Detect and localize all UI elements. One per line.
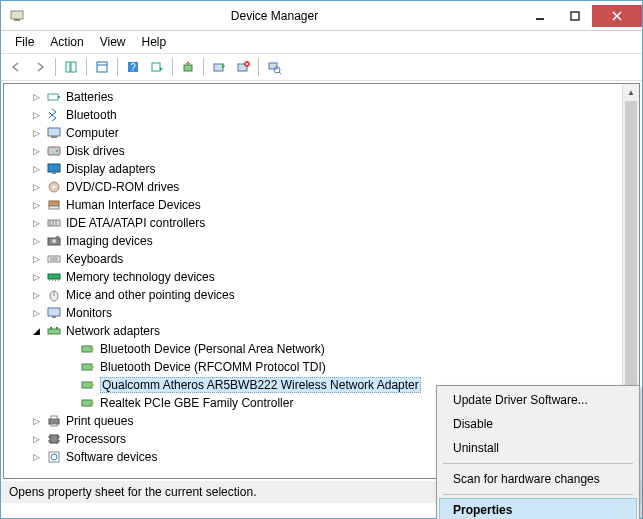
menu-file[interactable]: File — [7, 33, 42, 51]
svg-rect-10 — [152, 63, 160, 71]
expand-icon[interactable]: ▷ — [30, 127, 42, 139]
svg-rect-6 — [97, 62, 107, 72]
svg-rect-22 — [48, 147, 60, 155]
svg-rect-49 — [48, 329, 60, 334]
status-text: Opens property sheet for the current sel… — [9, 485, 256, 499]
window-title: Device Manager — [27, 9, 522, 23]
tree-category[interactable]: ▷Batteries — [4, 88, 639, 106]
svg-rect-25 — [52, 172, 56, 174]
tree-category[interactable]: ▷Monitors — [4, 304, 639, 322]
tree-category[interactable]: ▷Memory technology devices — [4, 268, 639, 286]
expand-icon[interactable]: ▷ — [30, 433, 42, 445]
menubar: File Action View Help — [1, 31, 642, 53]
tree-category[interactable]: ▷Disk drives — [4, 142, 639, 160]
svg-rect-57 — [92, 384, 94, 386]
scan-hardware-button[interactable] — [263, 56, 285, 78]
expand-icon[interactable]: ▷ — [30, 271, 42, 283]
expand-icon[interactable]: ▷ — [30, 415, 42, 427]
category-label: Imaging devices — [66, 234, 153, 248]
minimize-button[interactable] — [522, 5, 557, 27]
tree-category[interactable]: ▷Computer — [4, 124, 639, 142]
svg-rect-20 — [48, 128, 60, 136]
enable-button[interactable] — [208, 56, 230, 78]
properties-button[interactable] — [91, 56, 113, 78]
tree-category[interactable]: ▷IDE ATA/ATAPI controllers — [4, 214, 639, 232]
nic-icon — [80, 341, 96, 357]
tree-category[interactable]: ▷Mice and other pointing devices — [4, 286, 639, 304]
action-button[interactable] — [146, 56, 168, 78]
battery-icon — [46, 89, 62, 105]
expand-icon[interactable]: ▷ — [30, 181, 42, 193]
expand-icon[interactable]: ▷ — [30, 145, 42, 157]
svg-rect-1 — [14, 19, 20, 21]
maximize-button[interactable] — [557, 5, 592, 27]
toolbar-separator — [117, 58, 118, 76]
menu-action[interactable]: Action — [42, 33, 91, 51]
scroll-thumb[interactable] — [625, 101, 637, 389]
keyboard-icon — [46, 251, 62, 267]
tree-category[interactable]: ▷Bluetooth — [4, 106, 639, 124]
titlebar: Device Manager — [1, 1, 642, 31]
forward-button[interactable] — [29, 56, 51, 78]
tree-category[interactable]: ▷Human Interface Devices — [4, 196, 639, 214]
svg-rect-43 — [55, 279, 56, 281]
svg-rect-28 — [49, 201, 59, 206]
expand-icon[interactable]: ▷ — [30, 289, 42, 301]
expander-placeholder — [64, 397, 76, 409]
menu-help[interactable]: Help — [134, 33, 175, 51]
expand-icon[interactable]: ▷ — [30, 199, 42, 211]
show-hide-console-button[interactable] — [60, 56, 82, 78]
back-button[interactable] — [5, 56, 27, 78]
svg-rect-41 — [49, 279, 50, 281]
svg-rect-18 — [48, 94, 58, 100]
tree-category[interactable]: ◢Network adapters — [4, 322, 639, 340]
expand-icon[interactable]: ▷ — [30, 217, 42, 229]
close-button[interactable] — [592, 5, 642, 27]
expand-icon[interactable]: ▷ — [30, 163, 42, 175]
svg-rect-11 — [184, 65, 192, 71]
category-label: Network adapters — [66, 324, 160, 338]
tree-device[interactable]: Bluetooth Device (RFCOMM Protocol TDI) — [4, 358, 639, 376]
hid-icon — [46, 197, 62, 213]
tree-category[interactable]: ▷DVD/CD-ROM drives — [4, 178, 639, 196]
expand-icon[interactable]: ▷ — [30, 91, 42, 103]
expand-icon[interactable]: ▷ — [30, 235, 42, 247]
svg-rect-61 — [51, 416, 57, 419]
update-driver-button[interactable] — [177, 56, 199, 78]
dvd-icon — [46, 179, 62, 195]
tree-category[interactable]: ▷Keyboards — [4, 250, 639, 268]
svg-rect-24 — [48, 164, 60, 172]
svg-rect-53 — [92, 348, 94, 350]
menu-view[interactable]: View — [92, 33, 134, 51]
expand-icon[interactable]: ▷ — [30, 307, 42, 319]
context-menu-item[interactable]: Properties — [439, 498, 637, 519]
toolbar-separator — [86, 58, 87, 76]
toolbar: ? — [1, 53, 642, 81]
nic-icon — [80, 377, 96, 393]
svg-point-35 — [52, 239, 56, 243]
context-menu-item[interactable]: Scan for hardware changes — [439, 467, 637, 491]
expand-icon[interactable]: ▷ — [30, 109, 42, 121]
category-label: Disk drives — [66, 144, 125, 158]
category-label: Mice and other pointing devices — [66, 288, 235, 302]
tree-device[interactable]: Bluetooth Device (Personal Area Network) — [4, 340, 639, 358]
uninstall-button[interactable] — [232, 56, 254, 78]
svg-rect-48 — [52, 316, 56, 318]
svg-rect-36 — [56, 236, 59, 238]
context-menu-item[interactable]: Disable — [439, 412, 637, 436]
help-button[interactable]: ? — [122, 56, 144, 78]
svg-rect-60 — [49, 419, 59, 424]
scroll-up-button[interactable]: ▲ — [623, 84, 639, 101]
expand-icon[interactable]: ▷ — [30, 253, 42, 265]
collapse-icon[interactable]: ◢ — [30, 325, 42, 337]
context-menu-item[interactable]: Uninstall — [439, 436, 637, 460]
disk-icon — [46, 143, 62, 159]
svg-rect-52 — [82, 346, 92, 352]
category-label: Human Interface Devices — [66, 198, 201, 212]
tree-category[interactable]: ▷Display adapters — [4, 160, 639, 178]
expand-icon[interactable]: ▷ — [30, 451, 42, 463]
svg-rect-40 — [48, 274, 60, 279]
svg-rect-21 — [51, 136, 57, 138]
context-menu-item[interactable]: Update Driver Software... — [439, 388, 637, 412]
tree-category[interactable]: ▷Imaging devices — [4, 232, 639, 250]
